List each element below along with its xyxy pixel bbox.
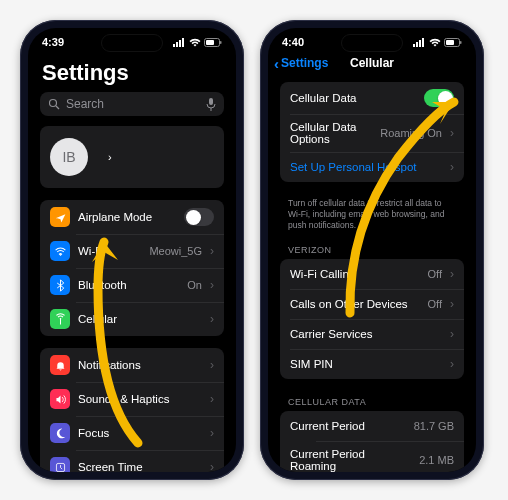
search-field[interactable]: Search [40, 92, 224, 116]
chevron-right-icon: › [450, 267, 454, 281]
row-sounds[interactable]: Sounds & Haptics› [40, 382, 224, 416]
dynamic-island [341, 34, 403, 52]
row-current-period[interactable]: Current Period81.7 GB [280, 411, 464, 441]
status-time: 4:40 [282, 36, 322, 48]
dynamic-island [101, 34, 163, 52]
row-label: Screen Time [78, 461, 143, 472]
bluetooth-icon [50, 275, 70, 295]
row-airplane[interactable]: Airplane Mode [40, 200, 224, 234]
chevron-right-icon: › [210, 426, 214, 440]
search-placeholder: Search [66, 97, 104, 111]
wifi-icon [189, 38, 201, 47]
row-wifi[interactable]: Wi-FiMeowi_5G› [40, 234, 224, 268]
signal-icon [173, 38, 186, 47]
row-label: Set Up Personal Hotspot [290, 161, 417, 173]
toggle[interactable] [184, 208, 214, 226]
svg-rect-20 [413, 44, 415, 47]
row-hotspot[interactable]: Set Up Personal Hotspot› [280, 152, 464, 182]
svg-rect-2 [179, 40, 181, 47]
svg-point-7 [50, 100, 57, 107]
screen-right: 4:40 ‹ Settings Cellular Cellular DataCe… [268, 28, 476, 472]
mic-icon[interactable] [206, 98, 216, 111]
notifications-icon [50, 355, 70, 375]
chevron-right-icon: › [210, 460, 214, 472]
row-cellular-options[interactable]: Cellular Data OptionsRoaming On› [280, 114, 464, 152]
row-label: Cellular Data Options [290, 121, 356, 145]
row-current-roaming[interactable]: Current Period Roaming2.1 MB [280, 441, 464, 472]
row-label: Focus [78, 427, 109, 439]
chevron-right-icon: › [108, 151, 112, 163]
back-button[interactable]: ‹ Settings [274, 55, 328, 72]
wifi-icon [50, 241, 70, 261]
chevron-right-icon: › [210, 278, 214, 292]
section-header: CELLULAR DATA [268, 391, 476, 411]
svg-rect-25 [446, 40, 454, 45]
svg-rect-0 [173, 44, 175, 47]
back-label: Settings [281, 56, 328, 70]
row-value: 81.7 GB [414, 420, 454, 432]
status-icons [173, 38, 222, 47]
settings-group: Current Period81.7 GBCurrent Period Roam… [280, 411, 464, 472]
row-value: Meowi_5G [149, 245, 202, 257]
row-label: Bluetooth [78, 279, 127, 291]
focus-icon [50, 423, 70, 443]
search-icon [48, 98, 60, 110]
row-value: 2.1 MB [419, 454, 454, 466]
row-label: SIM PIN [290, 358, 333, 370]
row-calls-other[interactable]: Calls on Other DevicesOff› [280, 289, 464, 319]
row-label: Current Period Roaming [290, 448, 365, 472]
chevron-right-icon: › [210, 312, 214, 326]
row-screentime[interactable]: Screen Time› [40, 450, 224, 472]
row-label: Airplane Mode [78, 211, 152, 223]
row-bluetooth[interactable]: BluetoothOn› [40, 268, 224, 302]
svg-point-11 [59, 317, 61, 319]
row-label: Sounds & Haptics [78, 393, 169, 405]
chevron-right-icon: › [210, 244, 214, 258]
svg-rect-1 [176, 42, 178, 47]
svg-rect-6 [220, 41, 222, 44]
row-wifi-calling[interactable]: Wi-Fi CallingOff› [280, 259, 464, 289]
row-value: On [187, 279, 202, 291]
toggle[interactable] [424, 89, 454, 107]
row-label: Calls on Other Devices [290, 298, 408, 310]
row-sim-pin[interactable]: SIM PIN› [280, 349, 464, 379]
chevron-right-icon: › [450, 297, 454, 311]
svg-rect-26 [460, 41, 462, 44]
signal-icon [413, 38, 426, 47]
svg-rect-9 [209, 98, 213, 105]
airplane-icon [50, 207, 70, 227]
row-focus[interactable]: Focus› [40, 416, 224, 450]
row-label: Wi-Fi [78, 245, 105, 257]
row-carrier[interactable]: Carrier Services› [280, 319, 464, 349]
row-cellular[interactable]: Cellular› [40, 302, 224, 336]
profile-row[interactable]: IB › [40, 126, 224, 188]
screentime-icon [50, 457, 70, 472]
chevron-right-icon: › [210, 358, 214, 372]
svg-rect-21 [416, 42, 418, 47]
row-value: Off [428, 298, 442, 310]
settings-group: Notifications›Sounds & Haptics›Focus›Scr… [40, 348, 224, 472]
settings-group: Airplane ModeWi-FiMeowi_5G›BluetoothOn›C… [40, 200, 224, 336]
row-label: Current Period [290, 420, 365, 432]
chevron-right-icon: › [450, 327, 454, 341]
phone-right: 4:40 ‹ Settings Cellular Cellular DataCe… [260, 20, 484, 480]
chevron-right-icon: › [450, 160, 454, 174]
battery-icon [204, 38, 222, 47]
row-label: Cellular [78, 313, 117, 325]
chevron-left-icon: ‹ [274, 55, 279, 72]
row-label: Wi-Fi Calling [290, 268, 355, 280]
status-time: 4:39 [42, 36, 82, 48]
row-cellular-data[interactable]: Cellular Data [280, 82, 464, 114]
row-label: Carrier Services [290, 328, 372, 340]
svg-rect-23 [422, 38, 424, 47]
section-footer: Turn off cellular data to restrict all d… [268, 194, 476, 239]
row-label: Cellular Data [290, 92, 356, 104]
chevron-right-icon: › [210, 392, 214, 406]
row-value: Roaming On [380, 127, 442, 139]
profile-group: IB › [40, 126, 224, 188]
cellular-top-group: Cellular DataCellular Data OptionsRoamin… [280, 82, 464, 182]
row-notifications[interactable]: Notifications› [40, 348, 224, 382]
row-label: Notifications [78, 359, 141, 371]
cellular-icon [50, 309, 70, 329]
svg-rect-22 [419, 40, 421, 47]
